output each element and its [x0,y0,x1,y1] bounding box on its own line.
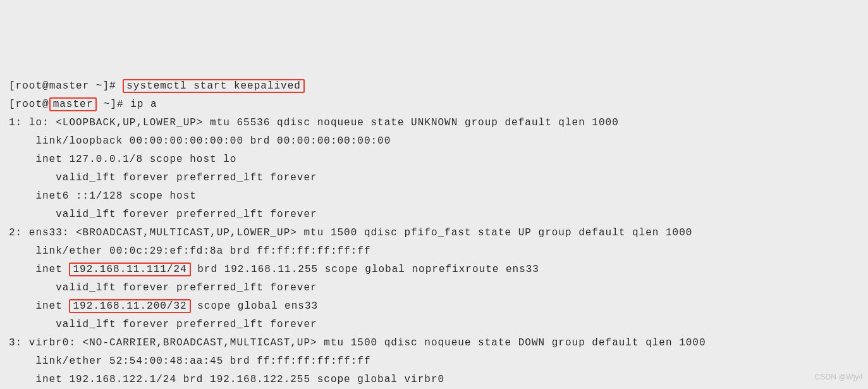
iface-lo-valid1: valid_lft forever preferred_lft forever [9,172,317,183]
prompt-line-1: [root@master ~]# systemctl start keepali… [9,80,305,92]
iface-ens33-link: link/ether 00:0c:29:ef:fd:8a brd ff:ff:f… [9,245,370,257]
highlight-host: master [49,97,97,111]
iface-virbr0-link: link/ether 52:54:00:48:aa:45 brd ff:ff:f… [9,355,370,367]
iface-virbr0-inet: inet 192.168.122.1/24 brd 192.168.122.25… [9,374,444,385]
iface-lo-inet6: inet6 ::1/128 scope host [9,190,203,202]
iface-lo-link: link/loopback 00:00:00:00:00:00 brd 00:0… [9,135,391,147]
iface-ens33-header: 2: ens33: <BROADCAST,MULTICAST,UP,LOWER_… [9,227,692,238]
highlight-command: systemctl start keepalived [123,79,305,93]
prompt-line-2: [root@master ~]# ip a [9,99,157,110]
iface-ens33-inet-b: inet 192.168.11.200/32 scope global ens3… [9,300,318,312]
highlight-ip-primary: 192.168.11.111/24 [69,262,190,276]
iface-ens33-inet-a: inet 192.168.11.111/24 brd 192.168.11.25… [9,264,539,275]
iface-ens33-valid1: valid_lft forever preferred_lft forever [9,282,317,293]
iface-ens33-valid2: valid_lft forever preferred_lft forever [9,319,317,330]
iface-virbr0-header: 3: virbr0: <NO-CARRIER,BROADCAST,MULTICA… [9,337,706,349]
watermark-text: CSDN @Wjy4 [815,368,863,386]
terminal-output: [root@master ~]# systemctl start keepali… [9,77,863,389]
highlight-ip-vip: 192.168.11.200/32 [69,299,190,313]
iface-lo-header: 1: lo: <LOOPBACK,UP,LOWER_UP> mtu 65536 … [9,117,619,128]
iface-lo-valid2: valid_lft forever preferred_lft forever [9,209,317,220]
iface-lo-inet: inet 127.0.0.1/8 scope host lo [9,154,236,165]
